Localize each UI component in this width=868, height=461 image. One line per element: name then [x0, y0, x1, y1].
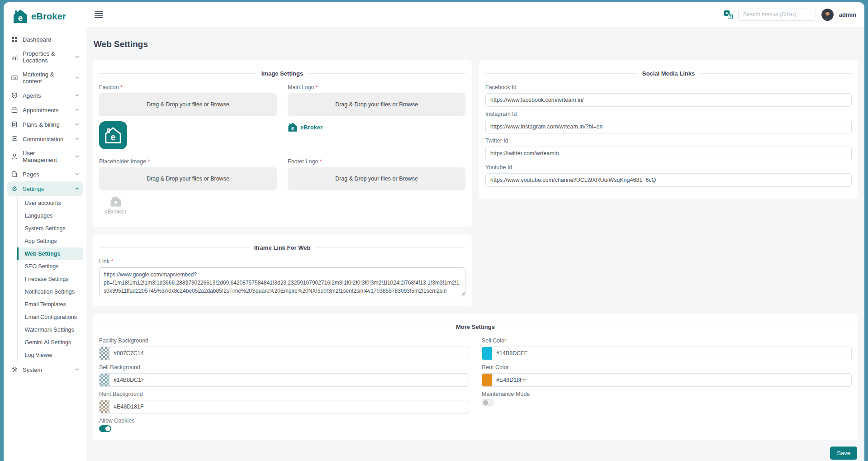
main-logo-dropzone[interactable]: Drag & Drop your files or Browse	[288, 93, 465, 116]
sidebar-item-email-templates[interactable]: Email Templates	[17, 298, 83, 311]
svg-text:e: e	[291, 125, 294, 131]
color-swatch[interactable]	[100, 400, 109, 413]
color-swatch[interactable]	[100, 347, 109, 360]
svg-text:e: e	[114, 199, 118, 206]
sidebar-item-label: Properties & Locations	[23, 50, 71, 64]
invoice-icon	[11, 121, 18, 128]
sidebar-item-label: System	[23, 366, 42, 373]
color-swatch[interactable]	[482, 347, 492, 360]
rent-background-input[interactable]: #E48D181F	[99, 400, 469, 413]
sidebar-item-firebase-settings[interactable]: Firebase Settings	[17, 273, 83, 285]
sidebar-item-languages[interactable]: Languages	[17, 209, 83, 222]
bar-chart-icon	[11, 53, 18, 61]
menu-toggle-icon[interactable]	[95, 11, 103, 18]
rent-color-input[interactable]: #E48D18FF	[482, 373, 852, 387]
chevron-down-icon	[75, 173, 79, 176]
twitter-id-input[interactable]	[485, 147, 852, 160]
sidebar-item-properties-locations[interactable]: Properties & Locations	[7, 47, 83, 67]
more-settings-card: More Settings Facility Background #087C7…	[93, 314, 858, 440]
avatar[interactable]	[821, 9, 834, 21]
card-header: More Settings	[99, 323, 852, 330]
app-window: e eBroker Dashboard Properties & Locatio…	[4, 2, 864, 461]
iframe-link-textarea[interactable]: https://www.google.com/maps/embed?pb=!1m…	[99, 267, 465, 296]
sidebar-item-agents[interactable]: Agents	[7, 88, 83, 103]
favicon-field: Favicon * Drag & Drop your files or Brow…	[99, 84, 277, 154]
sidebar-item-label: Communication	[23, 136, 63, 143]
sidebar-item-label: Pages	[23, 171, 39, 178]
main-logo-field: Main Logo * Drag & Drop your files or Br…	[288, 84, 465, 154]
main-content: Web Settings Image Settings Favicon * Dr…	[86, 27, 864, 461]
instagram-id-input[interactable]	[485, 120, 852, 133]
chevron-down-icon	[75, 56, 79, 58]
facility-background-input[interactable]: #087C7C14	[99, 347, 469, 360]
chat-icon	[11, 135, 18, 143]
save-button[interactable]: Save	[830, 447, 857, 460]
sidebar-item-app-settings[interactable]: App Settings	[17, 235, 83, 247]
content-pane: A 文 admin Web Settings Image Setting	[86, 2, 864, 461]
sidebar-item-user-management[interactable]: User Management	[7, 146, 83, 167]
footer-logo-dropzone[interactable]: Drag & Drop your files or Browse	[288, 167, 465, 190]
sidebar-item-plans-billing[interactable]: Plans & billing	[7, 117, 83, 132]
sidebar-item-system-settings[interactable]: System Settings	[17, 222, 83, 235]
chevron-down-icon	[75, 109, 79, 111]
brand-name: eBroker	[31, 11, 66, 22]
youtube-id-input[interactable]	[485, 173, 852, 187]
sidebar-item-gemini-ai-settings[interactable]: Gemini AI Settings	[17, 336, 83, 349]
card-header: Social Media Links	[485, 70, 852, 77]
iframe-link-card: Iframe Link For Web Link * https://www.g…	[93, 234, 472, 306]
facebook-id-input[interactable]	[485, 93, 852, 107]
sidebar-item-appointments[interactable]: Appointments	[7, 103, 83, 117]
main-logo-preview: e eBroker	[288, 121, 323, 132]
color-swatch[interactable]	[100, 374, 109, 386]
chevron-down-icon	[75, 123, 79, 126]
svg-text:e: e	[110, 132, 115, 142]
ebroker-house-icon: e	[13, 9, 28, 24]
sidebar-item-notification-settings[interactable]: Notification Settings	[17, 285, 83, 298]
chevron-down-icon	[75, 155, 79, 158]
sidebar-item-log-viewer[interactable]: Log Viewer	[17, 349, 83, 361]
sidebar: e eBroker Dashboard Properties & Locatio…	[4, 2, 86, 461]
sidebar-item-dashboard[interactable]: Dashboard	[7, 32, 83, 47]
sidebar-item-label: Settings	[23, 185, 44, 192]
translate-icon[interactable]: A 文	[724, 10, 733, 19]
placeholder-image-preview: e eBroker	[99, 195, 127, 215]
sidebar-item-marketing-content[interactable]: Ad Marketing & content	[7, 67, 83, 88]
sidebar-nav: Dashboard Properties & Locations Ad Mark…	[4, 30, 86, 377]
placeholder-image-dropzone[interactable]: Drag & Drop your files or Browse	[99, 167, 277, 190]
sell-background-input[interactable]: #14B8DC1F	[99, 373, 469, 387]
search-input[interactable]	[738, 9, 816, 21]
sidebar-item-seo-settings[interactable]: SEO Settings	[17, 260, 83, 273]
chevron-down-icon	[75, 368, 79, 371]
sidebar-item-user-accounts[interactable]: User accounts	[17, 197, 83, 209]
shield-icon	[11, 92, 18, 99]
chevron-up-icon	[75, 187, 79, 190]
sidebar-item-label: Agents	[23, 92, 41, 99]
settings-submenu: User accounts Languages System Settings …	[17, 197, 83, 361]
sidebar-item-email-configurations[interactable]: Email Configurations	[17, 311, 83, 323]
sidebar-item-system[interactable]: ⚒ System	[7, 362, 83, 377]
username[interactable]: admin	[839, 11, 856, 18]
social-media-card: Social Media Links Facebook Id Instagram…	[479, 60, 858, 199]
gear-icon: ⚙	[11, 185, 18, 192]
brand-logo[interactable]: e eBroker	[4, 2, 86, 30]
grid-icon	[11, 36, 18, 43]
sell-color-input[interactable]: #14B8DCFF	[482, 347, 852, 360]
color-swatch[interactable]	[482, 374, 492, 386]
footer-logo-field: Footer Logo * Drag & Drop your files or …	[288, 158, 465, 219]
sidebar-item-label: User Management	[23, 150, 71, 163]
sidebar-item-web-settings[interactable]: Web Settings	[17, 247, 83, 260]
favicon-dropzone[interactable]: Drag & Drop your files or Browse	[99, 93, 277, 116]
sidebar-item-label: Marketing & content	[23, 71, 71, 85]
page-icon	[11, 171, 18, 178]
svg-text:e: e	[18, 14, 23, 23]
allow-cookies-toggle[interactable]	[99, 425, 111, 432]
sidebar-item-pages[interactable]: Pages	[7, 167, 83, 181]
sidebar-item-label: Dashboard	[23, 36, 52, 43]
sidebar-item-settings[interactable]: ⚙ Settings	[7, 181, 83, 196]
sidebar-item-watermark-settings[interactable]: Watermark Settings	[17, 323, 83, 336]
sidebar-item-label: Plans & billing	[23, 121, 60, 128]
maintenance-mode-toggle[interactable]	[482, 399, 494, 406]
chevron-down-icon	[75, 94, 79, 97]
page-title: Web Settings	[94, 39, 858, 49]
sidebar-item-communication[interactable]: Communication	[7, 132, 83, 146]
